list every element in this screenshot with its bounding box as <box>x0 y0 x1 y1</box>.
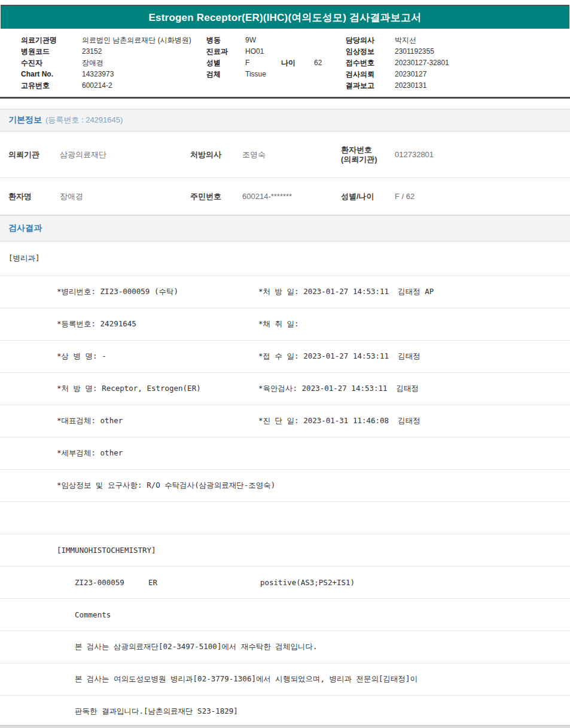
section-title: 검사결과 <box>8 223 42 234</box>
comment-row: 본 검사는 삼광의료재단[02-3497-5100]에서 재수탁한 검체입니다. <box>0 631 570 663</box>
field-label: 나이 <box>281 57 314 69</box>
field-value: 의료법인 남촌의료재단 (시화병원) <box>82 35 191 46</box>
report-header-frame: Estrogen Receptor(ER)(IHC)(여의도성모) 검사결과보고… <box>1 5 569 29</box>
result-field-left: *등록번호: 24291645 <box>57 319 136 329</box>
comment-line: 본 검사는 삼광의료재단[02-3497-5100]에서 재수탁한 검체입니다. <box>75 642 318 652</box>
result-row: *등록번호: 24291645 *채 취 일: <box>0 308 570 341</box>
field-label: 성별/나이 <box>341 192 395 201</box>
field-value: 박지선 <box>395 35 416 46</box>
comment-line: 본 검사는 여의도성모병원 병리과[02-3779-1306]에서 시행되었으며… <box>75 674 417 684</box>
field-row: 병동 9W <box>206 35 346 46</box>
field-label-line1: 환자번호 <box>341 145 372 154</box>
field-value: 20230127-32801 <box>395 57 449 69</box>
field-row: 병원코드 23152 <box>21 46 206 57</box>
field-label: 처방의사 <box>190 150 242 160</box>
field-row: 수진자 장애경 <box>21 57 206 69</box>
report-title: Estrogen Receptor(ER)(IHC)(여의도성모) 검사결과보고… <box>149 11 422 25</box>
field-row: 성별 F 나이 62 <box>206 57 346 69</box>
field-value: 600214-******* <box>242 192 341 201</box>
result-field-right: *접 수 일: 2023-01-27 14:53:11 김태정 <box>258 351 420 362</box>
field-value: 23152 <box>82 46 102 57</box>
field-label: 주민번호 <box>190 192 242 201</box>
field-label: 진료과 <box>206 46 245 57</box>
report-page: Estrogen Receptor(ER)(IHC)(여의도성모) 검사결과보고… <box>0 5 570 728</box>
result-row: *처 방 명: Receptor, Estrogen(ER) *육안검사: 20… <box>0 373 570 405</box>
field-row: 임상정보 2301192355 <box>346 46 570 57</box>
ihc-test-result: positive(AS3;PS2+IS1) <box>260 578 355 587</box>
basic-info-table: 의뢰기관 삼광의료재단 처방의사 조영숙 환자번호(의뢰기관) 01273280… <box>0 131 570 215</box>
result-field-right: *진 단 일: 2023-01-31 11:46:08 김태정 <box>258 416 420 426</box>
field-label: 병동 <box>206 35 245 46</box>
field-label: 의료기관명 <box>21 35 82 46</box>
patient-header-middle-column: 병동 9W 진료과 HO01 성별 F 나이 62 검체 Tissue <box>206 35 346 91</box>
result-row-empty <box>0 502 570 534</box>
result-row: *병리번호: ZI23-000059 (수탁) *처 방 일: 2023-01-… <box>0 276 570 308</box>
field-value: 20230131 <box>395 80 426 91</box>
comments-label: Comments <box>75 610 111 619</box>
ihc-result-row: ZI23-000059 ER positive(AS3;PS2+IS1) <box>0 567 570 599</box>
results-section-header: 검사결과 <box>0 215 570 241</box>
field-row: Chart No. 14323973 <box>21 69 206 80</box>
field-value: 20230127 <box>395 69 426 80</box>
field-row: 접수번호 20230127-32801 <box>346 57 570 69</box>
comments-header-row: Comments <box>0 599 570 631</box>
result-field-left: *대표검체: other <box>57 416 123 426</box>
field-value: 삼광의료재단 <box>60 149 190 160</box>
patient-header-left-column: 의료기관명 의료법인 남촌의료재단 (시화병원) 병원코드 23152 수진자 … <box>21 35 206 91</box>
field-label: 임상정보 <box>346 46 395 57</box>
patient-header: 의료기관명 의료법인 남촌의료재단 (시화병원) 병원코드 23152 수진자 … <box>0 29 570 99</box>
result-field-left: *상 병 명: - <box>57 351 106 362</box>
department-label: [병리과] <box>8 253 40 264</box>
field-label: 담당의사 <box>346 35 395 46</box>
field-row: 검사의뢰 20230127 <box>346 69 570 80</box>
result-row: *임상정보 및 요구사항: R/O 수탁검사(삼광의료재단-조영숙) <box>0 470 570 502</box>
result-row: *세부검체: other <box>0 438 570 470</box>
field-value: 2301192355 <box>395 46 434 57</box>
table-row: 의뢰기관 삼광의료재단 처방의사 조영숙 환자번호(의뢰기관) 01273280… <box>0 131 570 178</box>
field-label: 환자명 <box>8 192 60 201</box>
patient-header-right-column: 담당의사 박지선 임상정보 2301192355 접수번호 20230127-3… <box>346 35 570 91</box>
field-label: 검사의뢰 <box>346 69 395 80</box>
field-label: 결과보고 <box>346 80 395 91</box>
result-field-left: *처 방 명: Receptor, Estrogen(ER) <box>57 384 201 394</box>
section-subtitle: (등록번호 : 24291645) <box>45 115 123 126</box>
field-label: 성별 <box>206 57 245 69</box>
comment-row: 판독한 결과입니다.[남촌의료재단 S23-1829] <box>0 696 570 728</box>
result-field-right: *처 방 일: 2023-01-27 14:53:11 김태정 AP <box>258 287 434 297</box>
field-label: 의뢰기관 <box>8 150 60 160</box>
field-label: Chart No. <box>21 69 82 80</box>
field-row: 고유번호 600214-2 <box>21 80 206 91</box>
field-value: 조영숙 <box>242 149 341 160</box>
field-label: 검체 <box>206 69 245 80</box>
result-row: *대표검체: other *진 단 일: 2023-01-31 11:46:08… <box>0 405 570 438</box>
report-title-bar: Estrogen Receptor(ER)(IHC)(여의도성모) 검사결과보고… <box>1 6 569 29</box>
basic-info-section-header: 기본정보 (등록번호 : 24291645) <box>0 109 570 131</box>
field-value: 012732801 <box>395 150 570 159</box>
field-value: 장애경 <box>60 191 190 202</box>
ihc-specimen-no: ZI23-000059 <box>75 578 124 587</box>
result-row: *상 병 명: - *접 수 일: 2023-01-27 14:53:11 김태… <box>0 341 570 373</box>
comment-line: 판독한 결과입니다.[남촌의료재단 S23-1829] <box>75 706 238 717</box>
ihc-test-name: ER <box>148 578 157 587</box>
ihc-section-row: [IMMUNOHISTOCHEMISTRY] <box>0 534 570 567</box>
field-row: 의료기관명 의료법인 남촌의료재단 (시화병원) <box>21 35 206 46</box>
department-row: [병리과] <box>0 241 570 276</box>
section-title: 기본정보 <box>8 115 42 126</box>
comment-row: 본 검사는 여의도성모병원 병리과[02-3779-1306]에서 시행되었으며… <box>0 663 570 696</box>
field-row: 담당의사 박지선 <box>346 35 570 46</box>
field-value: HO01 <box>245 46 264 57</box>
horizontal-scrollbar[interactable] <box>0 725 570 728</box>
result-field-left: *임상정보 및 요구사항: R/O 수탁검사(삼광의료재단-조영숙) <box>57 481 275 491</box>
field-value: Tissue <box>245 69 266 80</box>
field-label-line2: (의뢰기관) <box>341 155 395 164</box>
field-value: F / 62 <box>395 192 570 201</box>
field-label: 병원코드 <box>21 46 82 57</box>
result-field-right: *채 취 일: <box>258 319 299 329</box>
field-value: 장애경 <box>82 57 103 69</box>
field-row: 진료과 HO01 <box>206 46 346 57</box>
results-table: [병리과] *병리번호: ZI23-000059 (수탁) *처 방 일: 20… <box>0 241 570 728</box>
field-label: 고유번호 <box>21 80 82 91</box>
field-value: 62 <box>314 57 322 69</box>
result-field-left: *세부검체: other <box>57 448 123 458</box>
field-label: 환자번호(의뢰기관) <box>341 145 395 164</box>
